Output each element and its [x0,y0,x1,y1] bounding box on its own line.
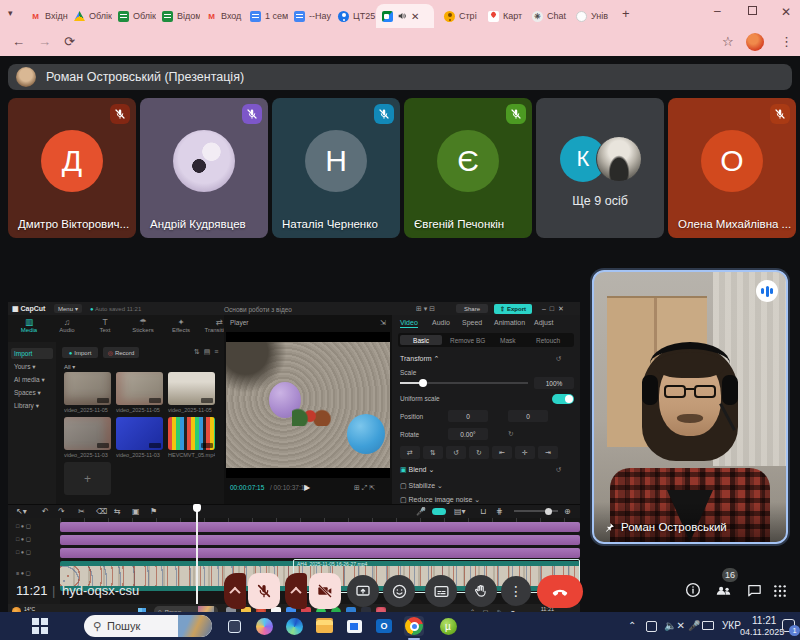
inspector-tab-video[interactable]: Video [400,319,418,328]
player-video[interactable] [226,332,390,478]
capcut-export-button[interactable]: ⇧ Export [494,304,532,314]
activities-grid-icon[interactable] [772,583,788,603]
capcut-ribbon-tab-text[interactable]: TText [86,317,124,333]
reduce-noise-row[interactable]: ▢ Reduce image noise ⌄ [400,496,480,504]
timeline-zoom-slider[interactable] [514,510,558,512]
media-clip-thumbnail[interactable] [64,417,111,450]
browser-tab[interactable]: Карт [482,4,526,28]
select-tool-icon[interactable]: ↖▾ [16,507,27,516]
capcut-sidebar-item-ai-media[interactable]: AI media ▾ [14,376,45,384]
camera-off-button[interactable] [309,573,341,609]
blend-row[interactable]: ▣ Blend ⌄ [400,466,434,474]
track-header-icons[interactable]: ≡ ● ▢ [16,570,31,576]
tab-close-icon[interactable]: ✕ [411,11,419,22]
capcut-media-sort-icons[interactable]: ⇅ ▤ ≡ [194,348,218,356]
stabilize-row[interactable]: ▢ Stabilize ⌄ [400,482,443,490]
inspector-tab-animation[interactable]: Animation [494,319,525,326]
capcut-ribbon-tab-stickers[interactable]: ☂Stickers [124,317,162,333]
browser-tab[interactable]: Облік [68,4,112,28]
capcut-ribbon-tab-audio[interactable]: ♫Audio [48,317,86,333]
window-minimize-button[interactable]: – [714,4,721,18]
chrome-icon-active[interactable] [404,616,424,636]
mirror-icon[interactable]: ⇆ [114,507,121,516]
presenter-banner[interactable]: Роман Островський (Презентація) [8,64,792,90]
browser-tab[interactable]: Стрі [438,4,482,28]
utorrent-icon[interactable]: µ [438,616,458,636]
start-button[interactable] [32,618,48,634]
blend-reset-icon[interactable]: ↺ [556,466,561,474]
participant-tile[interactable]: Є Євгеній Печонкін [404,98,532,238]
mic-options-chevron[interactable] [224,573,246,609]
participant-tile[interactable]: Д Дмитро Вікторович... [8,98,136,238]
subtab-remove-bg[interactable]: Remove BG [450,337,485,344]
media-clip-thumbnail[interactable] [168,417,215,450]
taskbar-search-box[interactable]: ⚲ Пошук [84,615,212,637]
subtab-retouch[interactable]: Retouch [536,337,560,344]
rotate-left-button[interactable]: ↺ [446,446,466,459]
participant-tile[interactable]: О Олена Михайлівна ... [668,98,796,238]
store-icon[interactable] [344,616,364,636]
position-x-field[interactable]: 0 [448,410,488,422]
capcut-menu-button[interactable]: Menu ▾ [54,304,82,313]
tray-display-icon[interactable] [702,621,714,630]
transform-reset-icon[interactable]: ↺ [556,355,561,363]
rotate-value-field[interactable]: 0.00° [448,428,488,440]
rotate-right-button[interactable]: ↻ [469,446,489,459]
browser-tab[interactable]: --Нау [288,4,332,28]
present-screen-button[interactable] [347,575,379,607]
browser-tab[interactable]: MВхідн [24,4,68,28]
browser-tab[interactable]: ЦТ25 [332,4,376,28]
tray-microphone-icon[interactable]: 🎤 [688,620,700,631]
track-header-icons[interactable]: □ ● ▢ [16,523,31,529]
track-header-icons[interactable]: □ ● ▢ [16,536,31,542]
delete-icon[interactable]: ⌫ [96,507,107,516]
browser-tab[interactable]: Облік [112,4,156,28]
tray-clock-date[interactable]: 04.11.2025 [740,627,784,637]
participant-tile[interactable]: Андрій Кудрявцев [140,98,268,238]
track-header-icons[interactable]: □ ● ▢ [16,549,31,555]
meeting-details-icon[interactable] [684,581,702,603]
profile-avatar[interactable] [746,33,764,51]
capcut-share-button[interactable]: Share [456,304,488,313]
reactions-button[interactable] [383,575,415,607]
overflow-participants-tile[interactable]: К Ще 9 осіб [536,98,664,238]
reload-icon[interactable]: ⟳ [64,34,75,49]
link-icon[interactable]: ⋕ [496,507,503,516]
redo-icon[interactable]: ↷ [58,507,65,516]
capcut-sidebar-item-library[interactable]: Library ▾ [14,402,39,410]
capcut-ribbon-tab-effects[interactable]: ✦Effects [162,317,200,333]
inspector-tab-adjust[interactable]: Adjust [534,319,553,326]
edge-icon[interactable] [284,616,304,636]
capcut-import-button[interactable]: ●Import [62,347,98,358]
self-view-tile[interactable]: Роман Островський [592,270,788,544]
rotate-dial-icon[interactable]: ↻ [508,430,513,438]
captions-button[interactable] [425,575,457,607]
task-view-icon[interactable] [224,616,244,636]
position-y-field[interactable]: 0 [508,410,548,422]
capcut-sidebar-item-spaces[interactable]: Spaces ▾ [14,389,41,397]
browser-tab[interactable]: ✳Chat [526,4,570,28]
subtab-basic[interactable]: Basic [400,335,442,345]
window-close-button[interactable]: ✕ [781,5,791,19]
capcut-sidebar-item-yours[interactable]: Yours ▾ [14,363,35,371]
text-track[interactable] [60,535,580,545]
copilot-icon[interactable] [254,616,274,636]
align-right-button[interactable]: ⇥ [538,446,558,459]
text-track[interactable] [60,548,580,558]
magnet-icon[interactable]: ⊔ [480,507,486,516]
camera-options-chevron[interactable] [285,573,307,609]
browser-tab[interactable]: MВход [200,4,244,28]
playhead[interactable] [196,504,198,604]
browser-menu-icon[interactable]: ⋮ [780,34,793,49]
scale-value-field[interactable]: 100% [534,377,574,389]
file-explorer-icon[interactable] [314,616,334,636]
bookmark-star-icon[interactable]: ☆ [722,34,734,49]
capcut-layout-icons[interactable]: ⊞ ▾ ⊟ [416,305,435,313]
new-tab-button[interactable]: + [622,6,630,21]
media-clip-thumbnail[interactable] [168,372,215,405]
marker-icon[interactable]: ⚑ [150,507,157,516]
undo-icon[interactable]: ↶ [42,507,49,516]
window-maximize-button[interactable] [748,6,757,15]
outlook-icon[interactable]: O [374,616,394,636]
media-clip-thumbnail[interactable] [64,372,111,405]
